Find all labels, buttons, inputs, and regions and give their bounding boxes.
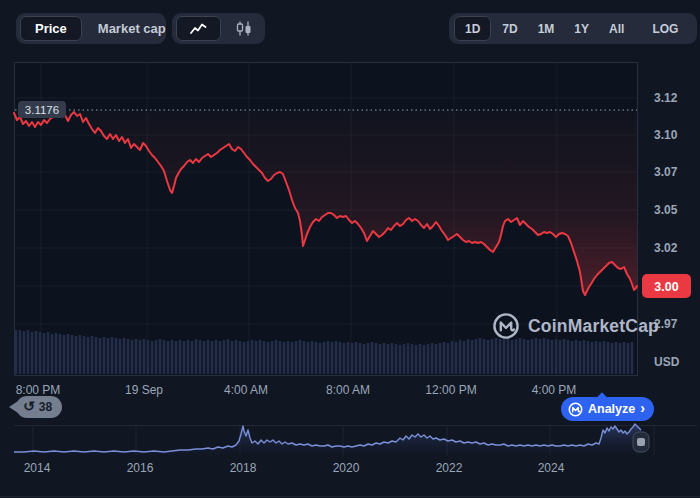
x-axis-tick: 4:00 AM [224, 383, 268, 397]
svg-text:3.00: 3.00 [654, 280, 678, 294]
y-axis-tick: 3.10 [654, 128, 678, 142]
history-minimap: 201420162018202020222024 [0, 424, 700, 497]
history-badge[interactable]: ↺ 38 [16, 396, 62, 418]
chevron-right-icon: › [640, 401, 645, 415]
chart-widget: 3.11763.123.103.073.053.022.97USD3.008:0… [0, 0, 700, 498]
y-axis-tick: 3.02 [654, 241, 678, 255]
watermark-text: CoinMarketCap [528, 316, 659, 337]
y-axis-tick: 3.05 [654, 203, 678, 217]
minimap-year-tick: 2022 [436, 461, 463, 475]
svg-text:3.1176: 3.1176 [25, 104, 59, 116]
y-axis-unit: USD [654, 355, 680, 369]
x-axis-tick: 8:00 AM [326, 383, 370, 397]
brush-handle[interactable] [633, 432, 649, 452]
y-axis-tick: 3.07 [654, 165, 678, 179]
minimap-brush[interactable] [14, 425, 697, 455]
badge-tail [9, 401, 18, 413]
coinmarketcap-logo-icon [568, 402, 583, 417]
baseline-price-label: 3.1176 [18, 101, 66, 118]
history-clock-icon: ↺ [23, 399, 35, 413]
x-axis-tick: 19 Sep [125, 383, 163, 397]
minimap-year-tick: 2024 [538, 461, 565, 475]
watermark: CoinMarketCap [492, 312, 659, 340]
x-axis-tick: 4:00 PM [532, 383, 577, 397]
analyze-label: Analyze [588, 402, 635, 416]
current-price-badge: 3.00 [642, 274, 691, 298]
minimap-year-tick: 2014 [24, 461, 51, 475]
chart-canvas-svg: 3.11763.123.103.073.053.022.97USD3.008:0… [0, 0, 700, 498]
analyze-button[interactable]: Analyze › [561, 397, 654, 421]
x-axis: 8:00 PM19 Sep4:00 AM8:00 AM12:00 PM4:00 … [16, 383, 577, 397]
minimap-year-tick: 2016 [127, 461, 154, 475]
history-count: 38 [39, 400, 52, 414]
coinmarketcap-logo-icon [492, 312, 520, 340]
minimap-year-tick: 2020 [333, 461, 360, 475]
x-axis-tick: 8:00 PM [16, 383, 61, 397]
x-axis-tick: 12:00 PM [425, 383, 476, 397]
minimap-year-tick: 2018 [230, 461, 257, 475]
y-axis-tick: 3.12 [654, 91, 678, 105]
